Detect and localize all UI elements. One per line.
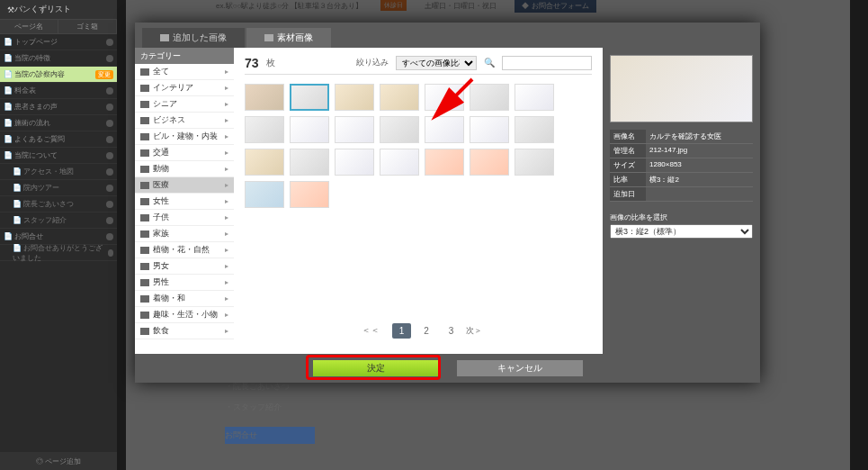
sidebar-item[interactable]: 📄 施術の流れ [0, 115, 117, 131]
folder-icon [140, 101, 149, 108]
ok-button[interactable]: 決定 [313, 360, 439, 376]
image-thumbnail[interactable] [425, 84, 464, 111]
sidebar-columns: ページ名 ゴミ箱 [0, 20, 117, 34]
tab-added-images[interactable]: 追加した画像 [142, 28, 245, 48]
page-prev[interactable]: ＜＜ [354, 321, 387, 339]
image-thumbnail[interactable] [470, 84, 509, 111]
sidebar-item[interactable]: 📄 院内ツアー [0, 180, 117, 196]
image-thumbnail[interactable] [425, 116, 464, 143]
image-thumbnail[interactable] [290, 181, 329, 208]
image-thumbnail[interactable] [380, 84, 419, 111]
bg-contact-box[interactable]: お問合せ [225, 427, 315, 444]
tab-stock-images[interactable]: 素材画像 [246, 28, 331, 48]
image-thumbnail[interactable] [515, 149, 554, 176]
ratio-select[interactable]: 横3：縦2（標準） [610, 224, 753, 239]
sidebar-item[interactable]: 📄 院長ごあいさつ [0, 196, 117, 212]
category-item[interactable]: 医療▸ [135, 177, 234, 194]
sidebar-item[interactable]: 📄 当院の特徴 [0, 50, 117, 67]
folder-icon [140, 166, 149, 173]
sidebar-add-page[interactable]: ◎ ページ追加 [0, 452, 117, 470]
sidebar-item[interactable]: 📄 スタッフ紹介 [0, 212, 117, 229]
category-item[interactable]: 趣味・生活・小物▸ [135, 307, 234, 323]
bg-contact-button[interactable]: ◆ お問合せフォーム [515, 0, 595, 13]
category-item[interactable]: 飲食▸ [135, 323, 234, 339]
image-thumbnail[interactable] [245, 116, 284, 143]
cancel-button[interactable]: キャンセル [457, 360, 583, 376]
category-item[interactable]: ビル・建物・内装▸ [135, 129, 234, 145]
folder-icon [140, 149, 149, 157]
page-next[interactable]: 次＞ [466, 325, 482, 337]
sidebar-col-page: ページ名 [0, 20, 58, 33]
sidebar-item[interactable]: 📄 当院の診察内容変更 [0, 67, 117, 83]
category-header: カテゴリー [135, 48, 234, 64]
category-item[interactable]: シニア▸ [135, 96, 234, 113]
sidebar-title: ⚒ パンくずリスト [0, 0, 117, 20]
sidebar-item[interactable]: 📄 お問合せありがとうございました [0, 245, 117, 261]
image-thumbnail[interactable] [335, 116, 374, 143]
sidebar-item[interactable]: 📄 アクセス・地図 [0, 164, 117, 180]
image-thumbnail[interactable] [290, 149, 329, 176]
image-picker-modal: 追加した画像 素材画像 カテゴリー 全て▸インテリア▸シニア▸ビジネス▸ビル・建… [135, 23, 760, 383]
image-thumbnail[interactable] [470, 116, 509, 143]
folder-icon [140, 247, 149, 254]
bg-header: ex.駅○○駅より徒歩○分 【駐車場３台分あり】 休診日 土曜日・日曜日・祝日 … [126, 0, 850, 11]
image-thumbnail[interactable] [335, 84, 374, 111]
folder-icon [140, 312, 149, 319]
folder-icon [140, 182, 149, 189]
image-thumbnail[interactable] [515, 116, 554, 143]
page-1[interactable]: 1 [392, 323, 412, 339]
ratio-select-label: 画像の比率を選択 [610, 212, 753, 222]
page-2[interactable]: 2 [416, 323, 436, 339]
folder-icon [140, 279, 149, 286]
detail-row: サイズ1280×853 [610, 158, 753, 173]
image-thumbnail[interactable] [380, 116, 419, 143]
detail-row: 画像名カルテを確認する女医 [610, 130, 753, 144]
sidebar-item[interactable]: 📄 当院について [0, 148, 117, 164]
detail-panel: 画像名カルテを確認する女医管理名212-147.jpgサイズ1280×853比率… [603, 48, 760, 354]
folder-icon [140, 85, 149, 92]
image-thumbnail[interactable] [245, 149, 284, 176]
search-input[interactable] [502, 56, 592, 70]
category-item[interactable]: 交通▸ [135, 145, 234, 161]
sidebar-item[interactable]: 📄 患者さまの声 [0, 99, 117, 115]
category-item[interactable]: 植物・花・自然▸ [135, 242, 234, 258]
image-thumbnail[interactable] [515, 84, 554, 111]
image-count: 73 [245, 56, 259, 70]
detail-label: 管理名 [610, 144, 646, 158]
category-item[interactable]: 男性▸ [135, 275, 234, 291]
image-thumbnail[interactable] [380, 149, 419, 176]
category-item[interactable]: 動物▸ [135, 161, 234, 177]
bg-menu-item[interactable]: ・スタッフ紹介 [225, 399, 315, 416]
image-thumbnail[interactable] [470, 149, 509, 176]
category-item[interactable]: 子供▸ [135, 210, 234, 226]
image-thumbnail[interactable] [335, 149, 374, 176]
category-item[interactable]: 家族▸ [135, 226, 234, 242]
modal-footer: 決定 キャンセル [135, 354, 760, 383]
page-3[interactable]: 3 [442, 323, 461, 339]
detail-row: 追加日 [610, 187, 753, 202]
category-item[interactable]: インテリア▸ [135, 80, 234, 96]
folder-icon [140, 263, 149, 270]
ratio-filter-select[interactable]: すべての画像比率 [396, 56, 477, 70]
thumbnail-grid [245, 75, 592, 217]
category-item[interactable]: ビジネス▸ [135, 113, 234, 129]
category-item[interactable]: 男女▸ [135, 258, 234, 275]
image-thumbnail[interactable] [290, 116, 329, 143]
sidebar-item[interactable]: 📄 トップページ [0, 34, 117, 50]
detail-row: 管理名212-147.jpg [610, 144, 753, 158]
detail-table: 画像名カルテを確認する女医管理名212-147.jpgサイズ1280×853比率… [610, 130, 753, 202]
detail-value: 212-147.jpg [646, 144, 753, 158]
image-thumbnail[interactable] [425, 149, 464, 176]
category-item[interactable]: 女性▸ [135, 194, 234, 210]
category-item[interactable]: 着物・和▸ [135, 291, 234, 307]
sidebar-item[interactable]: 📄 料金表 [0, 83, 117, 99]
folder-icon [140, 295, 149, 303]
image-thumbnail[interactable] [245, 181, 284, 208]
left-sidebar: ⚒ パンくずリスト ページ名 ゴミ箱 📄 トップページ📄 当院の特徴📄 当院の診… [0, 0, 117, 470]
category-list: 全て▸インテリア▸シニア▸ビジネス▸ビル・建物・内装▸交通▸動物▸医療▸女性▸子… [135, 64, 234, 354]
category-item[interactable]: 全て▸ [135, 64, 234, 80]
image-thumbnail[interactable] [245, 84, 284, 111]
folder-icon [140, 133, 149, 140]
image-thumbnail[interactable] [290, 84, 329, 111]
sidebar-item[interactable]: 📄 よくあるご質問 [0, 131, 117, 148]
